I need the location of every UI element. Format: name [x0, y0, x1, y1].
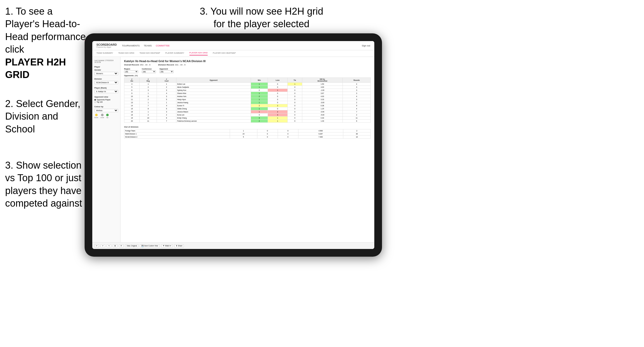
timestamp: Last Updated: 27/03/2024 16:55:38	[94, 60, 118, 63]
col-tie: Tie	[288, 78, 302, 83]
col-loss: Loss	[268, 78, 287, 83]
out-div-row: Foreign Team 1 0 0 4.500 2	[124, 129, 371, 132]
nav-teams[interactable]: TEAMS	[144, 44, 152, 47]
conference-select[interactable]: (All)	[142, 70, 156, 73]
legend-level: Level	[100, 114, 104, 118]
logo: SCOREBOARD Powered by clippd	[96, 43, 117, 48]
sub-player-h2h-grid[interactable]: PLAYER H2H GRID	[189, 52, 208, 55]
view-original-button[interactable]: View: Original	[125, 244, 138, 247]
sub-team-summary[interactable]: TEAM SUMMARY	[96, 52, 113, 55]
table-row: 9 1 4 Sharon Mun 1 0 0 3.67 3	[124, 92, 371, 95]
col-opponent: Opponent	[176, 78, 251, 83]
radio-opponents-played[interactable]: Opponents Played	[94, 99, 118, 101]
nav-tournaments[interactable]: TOURNAMENTS	[122, 44, 139, 47]
table-row: 11 2 5 Heeju Hyun 1 0 0 3.33 3	[124, 98, 371, 101]
table-row: 10 6 3 Andrea York 2 0 0 4.00 4	[124, 95, 371, 98]
grid-records: Overall Record: 353 - 34 - 6 Division Re…	[124, 64, 371, 66]
col-div: #Div	[124, 78, 140, 83]
nav-committee[interactable]: COMMITTEE	[156, 44, 170, 47]
table-row: 19 10 6 Emily Chang 4 1 0 0.30 11	[124, 117, 371, 120]
share-button[interactable]: ⬆ Share	[174, 244, 184, 247]
sub-player-h2h-heatmap[interactable]: PLAYER H2H HEATMAP	[213, 52, 236, 55]
radio-dot-2	[94, 101, 96, 103]
undo-button[interactable]: ↩	[94, 244, 99, 247]
player-rank-section: Player (Rank) 8. Katelyn Vo	[94, 87, 118, 93]
region-select[interactable]: (All)	[124, 70, 138, 73]
table-row: 15 8 5 Stella Cheng 1 0 0 1.25 4	[124, 107, 371, 110]
gender-select[interactable]: Women's	[94, 72, 118, 75]
gender-section: Gender Women's	[94, 69, 118, 75]
instruction-step3-right: 3. You will now see H2H grid for the pla…	[195, 5, 328, 31]
opponent-view-section: Opponent view Opponents Played Top 100	[94, 96, 118, 103]
opponent-label: Opponent	[159, 68, 174, 70]
right-panel: Katelyn Vo Head-to-Head Grid for Women's…	[120, 57, 374, 242]
nav-sign-out[interactable]: Sign out	[362, 44, 370, 47]
player-section: Player Gender Women's Division NCAA Divi…	[94, 66, 118, 93]
left-panel: Last Updated: 27/03/2024 16:55:38 Player…	[92, 57, 120, 242]
tablet-screen: SCOREBOARD Powered by clippd TOURNAMENTS…	[92, 41, 374, 249]
nav-bar: SCOREBOARD Powered by clippd TOURNAMENTS…	[92, 41, 374, 50]
sub-team-h2h-heatmap[interactable]: TEAM H2H HEATMAP	[139, 52, 160, 55]
tablet-frame: SCOREBOARD Powered by clippd TOURNAMENTS…	[85, 33, 382, 257]
redo-button[interactable]: ↪	[107, 244, 111, 247]
colour-section: Colour by Win/loss Down Level	[94, 105, 118, 118]
refresh-button[interactable]: ⟳	[119, 244, 124, 247]
division-section: Division NCAA Division III	[94, 78, 118, 84]
instruction-step1: 1. To see a Player's Head-to-Head perfor…	[5, 5, 87, 81]
gender-label: Gender	[94, 69, 118, 71]
legend-up: Up	[106, 114, 109, 118]
player-label: Player	[94, 66, 118, 68]
opponent-select[interactable]: (All)	[159, 70, 174, 73]
filter-region: Region (All)	[124, 68, 138, 73]
colour-by-select[interactable]: Win/loss	[94, 109, 118, 112]
grid-title: Katelyn Vo Head-to-Head Grid for Women's…	[124, 60, 371, 63]
dot-up	[106, 114, 109, 116]
out-div-row: NAIA Division 1 15 0 0 9.267 30	[124, 132, 371, 136]
region-label: Region	[124, 68, 138, 70]
copy-button[interactable]: ⊞	[113, 244, 117, 247]
filter-opponent: Opponent (All)	[159, 68, 174, 73]
undo2-button[interactable]: ↩	[100, 244, 105, 247]
conference-label: Conference	[142, 68, 156, 70]
table-row: 20 11 7 Federica Domecq Lacroze 2 1 0 1.…	[124, 120, 371, 123]
colour-legend: Down Level Up	[94, 114, 118, 118]
table-row: 14 7 4 Eunice Yi 2 2 0 0.38 9	[124, 104, 371, 107]
instruction-step2: 2. Select Gender, Division and School	[5, 98, 85, 136]
legend-down: Down	[94, 114, 98, 118]
table-row: 13 1 1 Jessica Huang 1 0 0 -3.00 2	[124, 101, 371, 104]
table-row: 18 2 2 Euna Lee 0 3 0 -5.00 2	[124, 113, 371, 117]
bottom-toolbar: ↩ ↩ ↪ ⊞ ⟳ View: Original 💾 Save Custom V…	[92, 242, 374, 249]
col-conf: #Conf	[157, 78, 176, 83]
table-row: 5 2 2 Alexis Sudjianto 1 0 0 4.00 3	[124, 86, 371, 89]
instruction-step3-left: 3. Show selection vs Top 100 or just pla…	[5, 159, 85, 210]
filter-conference: Conference (All)	[142, 68, 156, 73]
table-row: 3 1 1 Esther Lee 1 0 1 1.50 4	[124, 83, 371, 86]
dot-down	[95, 114, 98, 116]
division-select[interactable]: NCAA Division III	[94, 81, 118, 84]
division-record: Division Record: 331 - 34 - 6	[158, 64, 186, 66]
watch-button[interactable]: 👁 Watch ▾	[161, 244, 173, 247]
radio-dot-1	[94, 99, 96, 101]
out-division-title: Out of division	[124, 126, 371, 128]
sub-nav: TEAM SUMMARY TEAM H2H GRID TEAM H2H HEAT…	[92, 50, 374, 57]
col-rounds: Rounds	[343, 78, 370, 83]
sub-player-summary[interactable]: PLAYER SUMMARY	[165, 52, 184, 55]
dot-level	[101, 114, 104, 116]
opponent-view-label: Opponent view	[94, 96, 118, 98]
main-content: Last Updated: 27/03/2024 16:55:38 Player…	[92, 57, 374, 242]
table-row: 6 3 3 Sydney Kuo 0 1 0 -1.00 3	[124, 89, 371, 92]
save-custom-button[interactable]: 💾 Save Custom View	[140, 244, 160, 247]
out-div-table: Foreign Team 1 0 0 4.500 2 NAIA Division…	[124, 129, 371, 139]
data-table: #Div #Reg #Conf Opponent Win Loss Tie Di…	[124, 78, 371, 123]
colour-by-label: Colour by	[94, 105, 118, 108]
col-reg: #Reg	[139, 78, 157, 83]
radio-top100[interactable]: Top 100	[94, 101, 118, 103]
out-div-row: NCAA Division 2 5 0 0 7.400 10	[124, 136, 371, 139]
sub-team-h2h-grid[interactable]: TEAM H2H GRID	[118, 52, 134, 55]
filter-row: Region (All) Conference (All) Opponent	[124, 68, 371, 73]
nav-links: TOURNAMENTS TEAMS COMMITTEE	[122, 44, 169, 47]
col-diff: Diff AvStrokes/Rnd	[302, 78, 343, 83]
col-win: Win	[251, 78, 268, 83]
player-rank-select[interactable]: 8. Katelyn Vo	[94, 90, 118, 93]
table-row: 16 1 3 Jessica Mason 1 2 0 -0.94 7	[124, 110, 371, 113]
